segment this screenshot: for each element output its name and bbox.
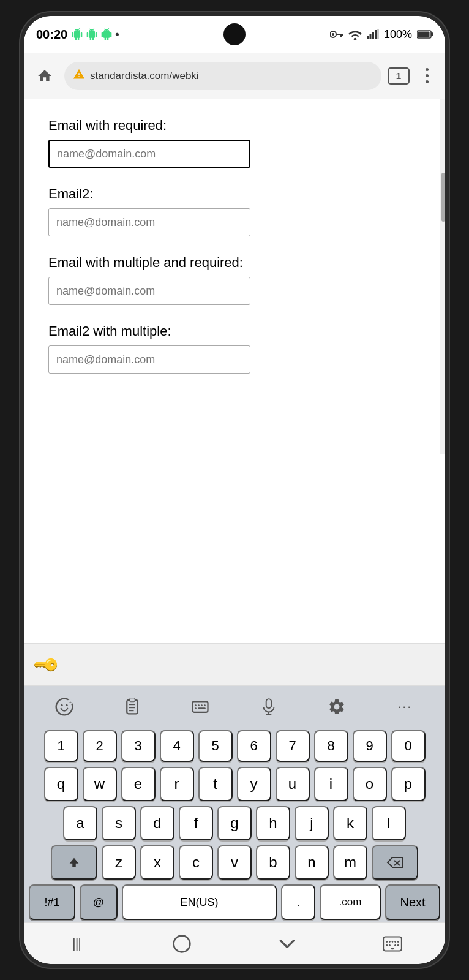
letter-row-2: asdfghjkl bbox=[24, 804, 445, 843]
svg-rect-32 bbox=[266, 699, 271, 708]
svg-rect-9 bbox=[375, 30, 377, 39]
svg-rect-12 bbox=[431, 32, 433, 36]
email-field-1[interactable] bbox=[48, 140, 250, 168]
vpn-key-icon: 🔑 bbox=[32, 650, 61, 679]
key-r[interactable]: r bbox=[160, 767, 194, 801]
email-field-4[interactable] bbox=[48, 345, 250, 374]
email-field-2[interactable] bbox=[48, 208, 250, 236]
svg-point-48 bbox=[397, 944, 399, 946]
key-2[interactable]: 2 bbox=[83, 730, 117, 762]
tab-button[interactable]: 1 bbox=[388, 67, 410, 85]
key-g[interactable]: g bbox=[217, 806, 252, 840]
keyboard-toolbar: + ··· bbox=[24, 686, 445, 728]
menu-button[interactable] bbox=[416, 65, 438, 87]
key-j[interactable]: j bbox=[295, 806, 329, 840]
key-icon bbox=[330, 30, 343, 39]
key-1[interactable]: 1 bbox=[44, 730, 78, 762]
key-i[interactable]: i bbox=[314, 767, 348, 801]
keyboard-nav-button[interactable] bbox=[374, 929, 411, 959]
key-d[interactable]: d bbox=[140, 806, 174, 840]
key-x[interactable]: x bbox=[140, 845, 174, 880]
key-x[interactable]: . bbox=[281, 884, 315, 920]
key-a[interactable]: a bbox=[63, 806, 97, 840]
field1-label: Email with required: bbox=[48, 118, 421, 134]
key-n[interactable]: n bbox=[295, 845, 329, 880]
more-button[interactable]: ··· bbox=[386, 692, 423, 722]
key-4[interactable]: 4 bbox=[160, 730, 194, 762]
svg-point-40 bbox=[389, 941, 391, 943]
address-bar[interactable]: standardista.com/webki bbox=[64, 62, 381, 90]
web-content: Email with required: Email2: Email with … bbox=[24, 99, 445, 643]
key-z[interactable]: z bbox=[102, 845, 136, 880]
status-icons: • bbox=[71, 28, 119, 41]
svg-point-44 bbox=[386, 944, 388, 946]
key-xx1[interactable]: !#1 bbox=[29, 884, 75, 920]
key-u[interactable]: u bbox=[276, 767, 310, 801]
scrollbar-thumb[interactable] bbox=[441, 173, 445, 222]
key-y[interactable]: y bbox=[237, 767, 271, 801]
key-x[interactable]: @ bbox=[80, 884, 118, 920]
form-section-1: Email with required: bbox=[48, 118, 421, 168]
home-button[interactable] bbox=[31, 62, 58, 89]
key-3[interactable]: 3 bbox=[121, 730, 156, 762]
android-icon3 bbox=[100, 28, 113, 40]
key-f[interactable]: f bbox=[179, 806, 213, 840]
key-t[interactable]: t bbox=[198, 767, 233, 801]
key-k[interactable]: k bbox=[333, 806, 367, 840]
key-m[interactable]: m bbox=[333, 845, 367, 880]
key-0[interactable]: 0 bbox=[391, 730, 426, 762]
vpn-divider bbox=[70, 649, 70, 680]
key-e[interactable]: e bbox=[121, 767, 156, 801]
key-enxusx[interactable]: EN(US) bbox=[122, 884, 277, 920]
key-c[interactable]: c bbox=[179, 845, 213, 880]
down-nav-button[interactable] bbox=[269, 929, 306, 959]
back-nav-button[interactable]: ||| bbox=[58, 929, 95, 959]
backspace-key[interactable] bbox=[372, 845, 418, 880]
mic-button[interactable] bbox=[250, 692, 287, 722]
status-bar: 00:20 • bbox=[24, 16, 445, 53]
svg-rect-10 bbox=[377, 29, 379, 39]
key-s[interactable]: s bbox=[102, 806, 136, 840]
emoji-button[interactable]: + bbox=[46, 692, 83, 722]
key-5[interactable]: 5 bbox=[198, 730, 233, 762]
menu-dot1 bbox=[426, 68, 429, 71]
key-q[interactable]: q bbox=[44, 767, 78, 801]
svg-point-42 bbox=[394, 941, 396, 943]
browser-toolbar: standardista.com/webki 1 bbox=[24, 53, 445, 99]
key-b[interactable]: b bbox=[256, 845, 290, 880]
form-section-2: Email2: bbox=[48, 186, 421, 236]
key-9[interactable]: 9 bbox=[353, 730, 387, 762]
field2-label: Email2: bbox=[48, 186, 421, 202]
svg-rect-21 bbox=[130, 698, 135, 701]
key-6[interactable]: 6 bbox=[237, 730, 271, 762]
camera-notch bbox=[223, 23, 246, 45]
svg-point-41 bbox=[392, 941, 394, 943]
keyboard-type-button[interactable] bbox=[182, 692, 219, 722]
key-w[interactable]: w bbox=[83, 767, 117, 801]
svg-point-39 bbox=[386, 941, 388, 943]
home-nav-button[interactable] bbox=[163, 929, 200, 959]
key-h[interactable]: h bbox=[256, 806, 290, 840]
svg-point-45 bbox=[389, 944, 391, 946]
scrollbar[interactable] bbox=[440, 99, 445, 454]
key-8[interactable]: 8 bbox=[314, 730, 348, 762]
clipboard-button[interactable] bbox=[114, 692, 151, 722]
svg-rect-46 bbox=[391, 948, 394, 949]
svg-rect-25 bbox=[193, 701, 208, 712]
android-icon1 bbox=[71, 28, 83, 40]
menu-dot3 bbox=[426, 80, 429, 83]
settings-button[interactable] bbox=[318, 692, 355, 722]
svg-point-16 bbox=[66, 704, 67, 706]
key-7[interactable]: 7 bbox=[276, 730, 310, 762]
shift-key[interactable] bbox=[51, 845, 97, 880]
address-text: standardista.com/webki bbox=[90, 70, 373, 82]
svg-rect-6 bbox=[367, 36, 369, 39]
key-v[interactable]: v bbox=[217, 845, 252, 880]
key-xcom[interactable]: .com bbox=[320, 884, 381, 920]
status-right: 100% bbox=[330, 28, 433, 41]
key-o[interactable]: o bbox=[353, 767, 387, 801]
email-field-3[interactable] bbox=[48, 277, 250, 305]
key-l[interactable]: l bbox=[372, 806, 406, 840]
key-p[interactable]: p bbox=[391, 767, 426, 801]
key-next[interactable]: Next bbox=[385, 884, 440, 920]
